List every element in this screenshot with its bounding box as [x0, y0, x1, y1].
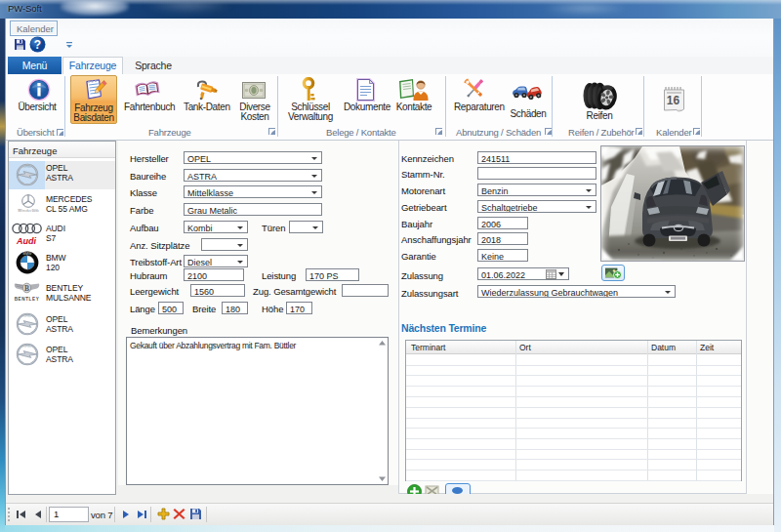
svg-text:16: 16	[667, 94, 680, 107]
svg-text:BENTLEY: BENTLEY	[15, 297, 40, 302]
svg-text:BMW: BMW	[23, 252, 32, 256]
svg-text:B: B	[24, 284, 29, 293]
svg-text:Audi: Audi	[16, 236, 36, 246]
svg-text:?: ?	[34, 38, 41, 52]
svg-text:OPEL: OPEL	[23, 314, 31, 318]
svg-text:OPEL: OPEL	[23, 165, 31, 169]
svg-text:OPEL: OPEL	[23, 345, 31, 348]
